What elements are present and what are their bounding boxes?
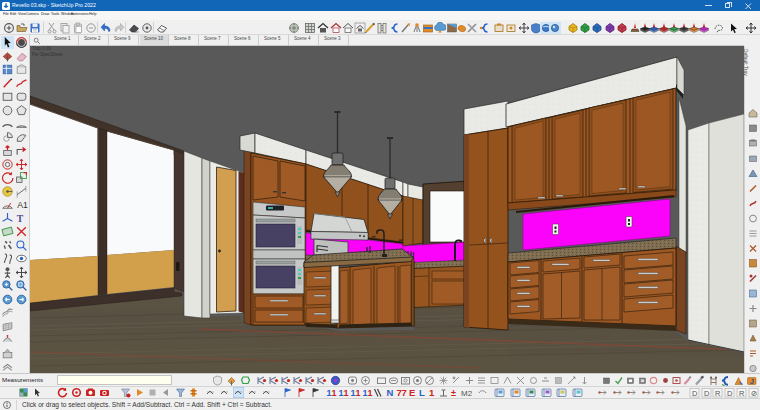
svg-text:R: R [715, 389, 721, 398]
svg-text:N: N [387, 387, 394, 398]
svg-text:D: D [692, 389, 698, 398]
svg-text:E: E [409, 387, 415, 398]
svg-text:D: D [704, 389, 710, 398]
svg-text:Trap 0.00: Trap 0.00 [32, 46, 52, 51]
svg-text:M2: M2 [461, 389, 472, 398]
svg-text:A1: A1 [17, 200, 28, 210]
svg-text:J: J [750, 378, 754, 385]
svg-text:1: 1 [344, 388, 349, 398]
svg-text:Per SpecSheet: Per SpecSheet [32, 52, 63, 57]
svg-text:1: 1 [332, 388, 337, 398]
svg-text:L: L [419, 387, 425, 398]
svg-text:1: 1 [356, 388, 361, 398]
svg-text:R: R [739, 389, 745, 398]
svg-text:D: D [727, 389, 733, 398]
svg-text:1: 1 [429, 387, 435, 398]
svg-text:7: 7 [402, 387, 407, 398]
svg-text:±: ± [451, 388, 456, 398]
svg-text:T: T [17, 213, 24, 224]
svg-text:⊘: ⊘ [751, 389, 757, 398]
